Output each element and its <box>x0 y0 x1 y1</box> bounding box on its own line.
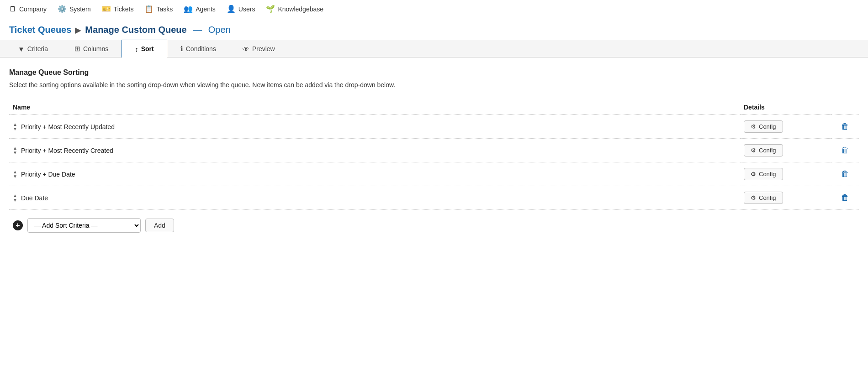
row-name-label: Priority + Due Date <box>21 171 75 178</box>
breadcrumb: Ticket Queues ▶ Manage Custom Queue — Op… <box>0 18 868 40</box>
knowledgebase-icon: 🌱 <box>266 5 275 13</box>
nav-knowledgebase[interactable]: 🌱 Knowledgebase <box>266 5 323 13</box>
sort-arrows-icon[interactable]: ▲▼ <box>13 170 17 179</box>
breadcrumb-link[interactable]: Ticket Queues <box>9 25 71 35</box>
row-delete-cell: 🗑 <box>831 186 859 210</box>
breadcrumb-dash: — <box>191 25 205 35</box>
main-content: Manage Queue Sorting Select the sorting … <box>0 57 868 248</box>
top-nav: 🗒 Company ⚙️ System 🎫 Tickets 📋 Tasks 👥 … <box>0 0 868 18</box>
row-name-cell: ▲▼ Due Date <box>9 186 740 210</box>
breadcrumb-separator: ▶ <box>75 25 81 35</box>
add-sort-row: + — Add Sort Criteria —Priority + Most R… <box>9 209 859 237</box>
table-row: ▲▼ Priority + Most Recently Created ⚙ Co… <box>9 139 859 162</box>
col-name-header: Name <box>9 101 740 115</box>
users-icon: 👤 <box>227 5 236 13</box>
nav-users[interactable]: 👤 Users <box>227 5 255 13</box>
row-config-cell: ⚙ Config <box>740 115 831 139</box>
row-name-cell: ▲▼ Priority + Due Date <box>9 162 740 186</box>
table-row: ▲▼ Priority + Due Date ⚙ Config 🗑 <box>9 162 859 186</box>
section-description: Select the sorting options available in … <box>9 80 859 90</box>
row-config-cell: ⚙ Config <box>740 162 831 186</box>
tab-sort[interactable]: ↕ Sort <box>122 40 167 57</box>
row-name-label: Due Date <box>21 194 48 202</box>
columns-icon: ⊞ <box>74 45 80 53</box>
tab-preview[interactable]: 👁 Preview <box>229 40 288 57</box>
breadcrumb-status: Open <box>208 25 231 35</box>
tickets-icon: 🎫 <box>102 5 111 13</box>
row-delete-cell: 🗑 <box>831 139 859 162</box>
col-details-header: Details <box>740 101 831 115</box>
gear-icon: ⚙ <box>751 123 756 130</box>
table-row: ▲▼ Due Date ⚙ Config 🗑 <box>9 186 859 210</box>
nav-company[interactable]: 🗒 Company <box>9 5 47 13</box>
row-config-cell: ⚙ Config <box>740 186 831 210</box>
config-label: Config <box>759 147 776 154</box>
preview-icon: 👁 <box>243 45 249 53</box>
tab-preview-label: Preview <box>252 45 275 52</box>
tab-criteria[interactable]: ▼ Criteria <box>5 40 61 57</box>
nav-tickets-label: Tickets <box>114 5 134 13</box>
nav-system-label: System <box>69 5 91 13</box>
nav-company-label: Company <box>19 5 47 13</box>
delete-button[interactable]: 🗑 <box>839 144 851 156</box>
config-button[interactable]: ⚙ Config <box>744 120 783 133</box>
tasks-icon: 📋 <box>144 5 153 13</box>
nav-system[interactable]: ⚙️ System <box>58 5 91 13</box>
tab-columns[interactable]: ⊞ Columns <box>61 40 122 57</box>
sort-arrows-icon[interactable]: ▲▼ <box>13 146 17 155</box>
sort-arrows-icon[interactable]: ▲▼ <box>13 193 17 203</box>
add-sort-select[interactable]: — Add Sort Criteria —Priority + Most Rec… <box>27 218 141 233</box>
breadcrumb-current: Manage Custom Queue <box>85 25 186 35</box>
config-button[interactable]: ⚙ Config <box>744 144 783 156</box>
criteria-icon: ▼ <box>18 45 25 53</box>
nav-tickets[interactable]: 🎫 Tickets <box>102 5 134 13</box>
tab-columns-label: Columns <box>83 45 108 52</box>
sort-icon: ↕ <box>135 45 138 53</box>
delete-button[interactable]: 🗑 <box>839 191 851 204</box>
nav-agents-label: Agents <box>196 5 216 13</box>
add-sort-icon[interactable]: + <box>13 220 23 230</box>
conditions-icon: ℹ <box>180 45 183 53</box>
tab-conditions-label: Conditions <box>186 45 216 52</box>
system-icon: ⚙️ <box>58 5 67 13</box>
delete-button[interactable]: 🗑 <box>839 167 851 180</box>
row-name-label: Priority + Most Recently Created <box>21 147 113 154</box>
gear-icon: ⚙ <box>751 147 756 154</box>
nav-users-label: Users <box>238 5 255 13</box>
nav-agents[interactable]: 👥 Agents <box>184 5 216 13</box>
col-actions-header <box>831 101 859 115</box>
delete-button[interactable]: 🗑 <box>839 120 851 133</box>
tab-sort-label: Sort <box>141 45 154 52</box>
agents-icon: 👥 <box>184 5 193 13</box>
row-config-cell: ⚙ Config <box>740 139 831 162</box>
table-row: ▲▼ Priority + Most Recently Updated ⚙ Co… <box>9 115 859 139</box>
row-name-cell: ▲▼ Priority + Most Recently Updated <box>9 115 740 139</box>
sort-table: Name Details ▲▼ Priority + Most Recently… <box>9 101 859 209</box>
config-button[interactable]: ⚙ Config <box>744 192 783 204</box>
sort-arrows-icon[interactable]: ▲▼ <box>13 122 17 131</box>
company-icon: 🗒 <box>9 5 16 13</box>
row-name-cell: ▲▼ Priority + Most Recently Created <box>9 139 740 162</box>
nav-tasks[interactable]: 📋 Tasks <box>144 5 173 13</box>
gear-icon: ⚙ <box>751 171 756 177</box>
config-label: Config <box>759 123 776 130</box>
config-label: Config <box>759 171 776 177</box>
tab-conditions[interactable]: ℹ Conditions <box>167 40 229 57</box>
row-delete-cell: 🗑 <box>831 115 859 139</box>
tabs-container: ▼ Criteria ⊞ Columns ↕ Sort ℹ Conditions… <box>0 40 868 57</box>
section-title: Manage Queue Sorting <box>9 68 859 77</box>
row-name-label: Priority + Most Recently Updated <box>21 123 115 130</box>
config-label: Config <box>759 194 776 201</box>
nav-tasks-label: Tasks <box>156 5 173 13</box>
add-sort-button[interactable]: Add <box>145 219 174 232</box>
tab-criteria-label: Criteria <box>27 45 48 52</box>
gear-icon: ⚙ <box>751 194 756 201</box>
nav-knowledgebase-label: Knowledgebase <box>278 5 323 13</box>
config-button[interactable]: ⚙ Config <box>744 168 783 180</box>
row-delete-cell: 🗑 <box>831 162 859 186</box>
